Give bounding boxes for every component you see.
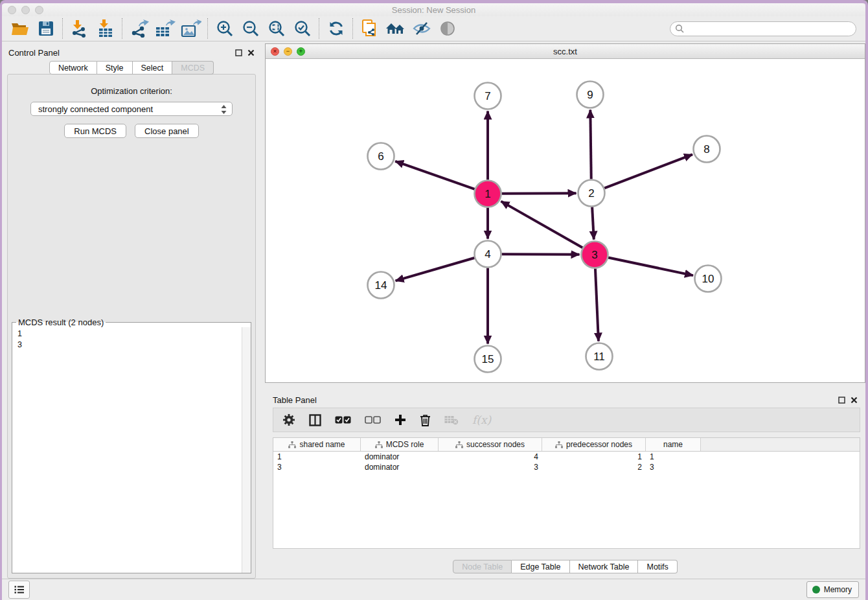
- add-row-icon[interactable]: [394, 414, 406, 426]
- graph-node-10[interactable]: 10: [695, 266, 722, 292]
- tab-motifs[interactable]: Motifs: [638, 560, 677, 573]
- mcds-result-node: 3: [17, 340, 251, 351]
- table-cell[interactable]: 1: [273, 452, 361, 462]
- import-network-icon[interactable]: [67, 17, 93, 40]
- table-cell[interactable]: 1: [646, 452, 701, 462]
- float-table-panel-icon[interactable]: [838, 397, 845, 404]
- column-header-filler: [701, 438, 860, 451]
- search-input[interactable]: [687, 23, 856, 34]
- edge-3-to-11[interactable]: [595, 268, 599, 341]
- column-header-name[interactable]: name: [646, 438, 701, 451]
- table-row[interactable]: 3dominator323: [273, 462, 860, 472]
- table-cell[interactable]: 3: [646, 462, 701, 472]
- table-cell[interactable]: 1: [542, 452, 646, 462]
- show-all-networks-icon[interactable]: [383, 17, 409, 40]
- graph-node-2[interactable]: 2: [578, 180, 605, 207]
- duplicate-network-icon[interactable]: [357, 17, 383, 40]
- table-row[interactable]: 1dominator411: [273, 452, 860, 462]
- close-panel-button[interactable]: Close panel: [135, 124, 199, 138]
- graph-node-6[interactable]: 6: [368, 143, 394, 170]
- control-panel-title: Control Panel: [8, 48, 60, 58]
- toolbar-separator: [62, 18, 63, 39]
- graph-node-9[interactable]: 9: [577, 82, 604, 108]
- table-cell[interactable]: 2: [542, 462, 646, 472]
- mcds-result-node: 1: [17, 329, 251, 340]
- node-table-body: 1dominator4113dominator323: [273, 452, 860, 472]
- open-file-icon[interactable]: [7, 17, 33, 40]
- network-window-title: scc.txt: [266, 47, 865, 56]
- edge-4-to-14[interactable]: [396, 258, 475, 281]
- zoom-selected-icon[interactable]: [290, 17, 315, 40]
- save-session-icon[interactable]: [33, 17, 59, 40]
- tab-network[interactable]: Network: [49, 61, 97, 75]
- close-network-button[interactable]: ×: [271, 47, 279, 56]
- graph-node-8[interactable]: 8: [694, 136, 720, 163]
- network-canvas[interactable]: 7968124314101511: [266, 59, 865, 382]
- tab-select[interactable]: Select: [133, 61, 173, 75]
- column-header-MCDS-role[interactable]: MCDS role: [361, 438, 439, 451]
- zoom-fit-icon[interactable]: [264, 17, 290, 40]
- zoom-in-icon[interactable]: [212, 17, 238, 40]
- memory-button[interactable]: Memory: [806, 581, 859, 598]
- select-all-rows-icon[interactable]: [335, 416, 351, 424]
- table-cell[interactable]: 3: [439, 462, 542, 472]
- column-header-successor-nodes[interactable]: successor nodes: [439, 438, 542, 451]
- export-table-icon[interactable]: [152, 17, 178, 40]
- graph-node-15[interactable]: 15: [475, 346, 501, 373]
- import-table-icon[interactable]: [93, 17, 119, 40]
- node-label: 8: [703, 143, 709, 156]
- graph-node-4[interactable]: 4: [475, 241, 501, 268]
- float-panel-icon[interactable]: [235, 49, 242, 56]
- table-cell[interactable]: 3: [273, 462, 361, 472]
- edge-1-to-2[interactable]: [501, 193, 576, 194]
- refresh-icon[interactable]: [323, 17, 349, 40]
- result-scrollbar[interactable]: [242, 327, 251, 573]
- tab-edge-table[interactable]: Edge Table: [512, 560, 569, 573]
- tab-node-table[interactable]: Node Table: [453, 560, 512, 573]
- edge-3-to-10[interactable]: [608, 257, 693, 275]
- criterion-value: strongly connected component: [38, 104, 153, 114]
- close-table-panel-icon[interactable]: [851, 397, 858, 404]
- table-panel-title: Table Panel: [273, 395, 317, 405]
- export-network-icon[interactable]: [126, 17, 152, 40]
- graph-node-3[interactable]: 3: [582, 242, 608, 268]
- zoom-network-button[interactable]: +: [297, 47, 305, 56]
- delete-rows-icon[interactable]: [420, 414, 431, 426]
- edge-4-to-3[interactable]: [501, 254, 579, 255]
- hide-selected-icon[interactable]: [409, 17, 435, 40]
- mcds-panel: Optimization criterion: strongly connect…: [7, 74, 256, 579]
- edge-3-to-1[interactable]: [501, 202, 582, 248]
- table-cell[interactable]: dominator: [361, 462, 439, 472]
- graph-node-1[interactable]: 1: [475, 181, 501, 207]
- graph-node-11[interactable]: 11: [586, 343, 613, 370]
- tab-mcds[interactable]: MCDS: [172, 61, 214, 75]
- edge-2-to-3[interactable]: [592, 207, 594, 239]
- table-cell[interactable]: dominator: [361, 452, 439, 462]
- toggle-graphics-icon[interactable]: [435, 17, 461, 40]
- show-columns-icon[interactable]: [309, 414, 321, 426]
- column-header-shared-name[interactable]: shared name: [273, 438, 361, 451]
- export-image-icon[interactable]: [178, 17, 204, 40]
- column-header-predecessor-nodes[interactable]: predecessor nodes: [542, 438, 646, 451]
- deselect-all-rows-icon[interactable]: [365, 416, 381, 424]
- tab-network-table[interactable]: Network Table: [570, 560, 639, 573]
- control-panel: Control Panel NetworkStyleSelectMCDS Opt…: [2, 41, 261, 579]
- edge-2-to-8[interactable]: [604, 154, 692, 188]
- task-list-icon: [14, 585, 25, 594]
- tab-style[interactable]: Style: [97, 61, 133, 75]
- search-box: [670, 21, 856, 36]
- criterion-select[interactable]: strongly connected component: [30, 102, 233, 116]
- graph-node-7[interactable]: 7: [475, 83, 501, 110]
- close-panel-icon[interactable]: [247, 49, 255, 56]
- task-history-button[interactable]: [8, 581, 30, 599]
- edge-1-to-6[interactable]: [395, 161, 475, 189]
- edge-2-to-9[interactable]: [590, 110, 591, 179]
- table-settings-gear-icon[interactable]: [282, 413, 295, 426]
- run-mcds-button[interactable]: Run MCDS: [64, 124, 126, 138]
- table-cell[interactable]: 4: [439, 452, 542, 462]
- zoom-out-icon[interactable]: [238, 17, 264, 40]
- graph-node-14[interactable]: 14: [368, 272, 394, 299]
- select-stepper-icon: [220, 104, 227, 115]
- node-label: 1: [485, 188, 490, 200]
- minimize-network-button[interactable]: −: [284, 47, 292, 56]
